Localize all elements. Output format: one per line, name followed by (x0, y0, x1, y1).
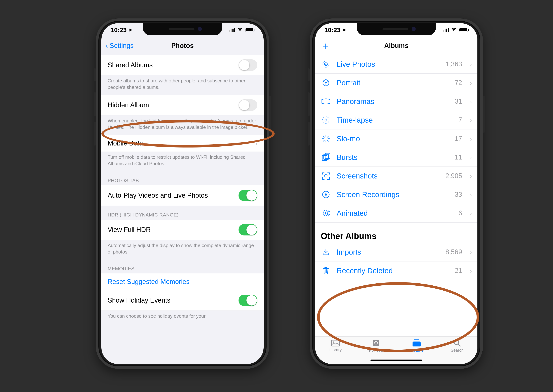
album-count: 33 (455, 191, 462, 198)
notch (143, 23, 222, 35)
settings-content[interactable]: Shared Albums Create albums to share wit… (101, 55, 264, 364)
hdr-toggle[interactable] (239, 224, 257, 235)
svg-rect-14 (324, 154, 328, 160)
svg-line-12 (323, 140, 325, 141)
svg-point-16 (325, 175, 327, 177)
hidden-album-toggle[interactable] (239, 99, 257, 111)
nav-bar-settings: ‹ Settings Photos (101, 36, 264, 55)
album-name: Imports (337, 248, 440, 256)
battery-icon (459, 28, 468, 32)
media-type-row[interactable]: Portrait72› (315, 74, 477, 92)
svg-point-20 (333, 342, 334, 343)
home-indicator[interactable] (371, 360, 422, 361)
chevron-right-icon: › (470, 61, 472, 68)
back-button[interactable]: ‹ Settings (105, 36, 134, 55)
svg-line-10 (327, 140, 328, 141)
tab-label: Albums (410, 348, 423, 353)
svg-point-1 (325, 64, 326, 65)
album-count: 31 (455, 98, 462, 105)
hdr-label: View Full HDR (108, 226, 239, 234)
media-type-row[interactable]: Time-lapse7› (315, 111, 477, 129)
add-button[interactable]: ＋ (321, 36, 331, 55)
hidden-album-label: Hidden Album (108, 101, 239, 109)
timelapse-icon (321, 115, 331, 125)
holiday-row[interactable]: Show Holiday Events (101, 290, 264, 311)
tab-foryou[interactable]: For You (363, 339, 389, 353)
chevron-right-icon: › (470, 172, 472, 180)
other-albums-list: Imports8,569›Recently Deleted21› (315, 243, 477, 280)
albums-content[interactable]: Live Photos1,363›Portrait72›Panoramas31›… (315, 55, 477, 336)
other-album-row[interactable]: Recently Deleted21› (315, 261, 477, 280)
album-name: Slo-mo (337, 135, 449, 143)
search-icon (453, 339, 461, 347)
chevron-right-icon: › (470, 135, 472, 142)
hdr-footer: Automatically adjust the display to show… (101, 240, 264, 260)
hidden-album-footer: When enabled, the Hidden album will appe… (101, 115, 264, 135)
memories-header: MEMORIES (101, 260, 264, 273)
chevron-left-icon: ‹ (105, 41, 108, 50)
album-count: 1,363 (446, 60, 462, 68)
chevron-right-icon: › (470, 154, 472, 161)
svg-line-11 (327, 136, 328, 137)
hdr-row[interactable]: View Full HDR (101, 220, 264, 240)
album-name: Live Photos (337, 60, 440, 68)
phone-frame-right: 10:23 ➤ ＋ Albums Live Photos1,363›Portra… (310, 18, 483, 369)
shared-albums-row[interactable]: Shared Albums (101, 55, 264, 75)
media-type-row[interactable]: Slo-mo17› (315, 129, 477, 148)
hidden-album-row[interactable]: Hidden Album (101, 95, 264, 115)
battery-icon (245, 28, 254, 32)
screen-right: 10:23 ➤ ＋ Albums Live Photos1,363›Portra… (315, 23, 477, 364)
media-types-list: Live Photos1,363›Portrait72›Panoramas31›… (315, 55, 477, 223)
import-icon (321, 247, 331, 257)
livephotos-icon (321, 59, 331, 69)
album-count: 21 (455, 267, 462, 274)
holiday-toggle[interactable] (239, 295, 257, 306)
photos-tab-header: PHOTOS TAB (101, 171, 264, 185)
media-type-row[interactable]: Screenshots2,905› (315, 167, 477, 185)
svg-point-4 (325, 119, 327, 121)
autoplay-row[interactable]: Auto-Play Videos and Live Photos (101, 185, 264, 206)
slomo-icon (321, 133, 331, 144)
media-type-row[interactable]: Screen Recordings33› (315, 185, 477, 204)
album-name: Animated (337, 209, 453, 217)
media-type-row[interactable]: Bursts11› (315, 148, 477, 167)
media-type-row[interactable]: Animated6› (315, 204, 477, 223)
svg-rect-21 (373, 340, 379, 346)
trash-icon (321, 266, 331, 276)
wifi-icon (237, 28, 243, 32)
album-name: Bursts (337, 153, 449, 161)
album-name: Recently Deleted (337, 267, 449, 275)
tab-label: Search (451, 348, 463, 353)
album-count: 17 (455, 135, 462, 142)
media-type-row[interactable]: Live Photos1,363› (315, 55, 477, 74)
svg-line-9 (323, 136, 325, 137)
other-albums-header: Other Albums (315, 223, 477, 243)
reset-memories-row[interactable]: Reset Suggested Memories (101, 273, 264, 290)
animated-icon (321, 208, 331, 218)
autoplay-toggle[interactable] (239, 190, 257, 201)
mobile-data-footer: Turn off mobile data to restrict updates… (101, 152, 264, 171)
album-name: Screenshots (337, 172, 440, 180)
phone-frame-left: 10:23 ➤ ‹ Settings Photos Shared Albums (96, 18, 269, 369)
albums-icon (412, 339, 421, 347)
mobile-data-row[interactable]: Mobile Data › (101, 135, 264, 152)
tab-library[interactable]: Library (323, 339, 348, 352)
bursts-icon (321, 152, 331, 162)
album-count: 11 (455, 154, 462, 161)
mobile-data-label: Mobile Data (108, 139, 255, 147)
panorama-icon (321, 96, 331, 107)
shared-albums-footer: Create albums to share with other people… (101, 75, 264, 95)
status-time: 10:23 (111, 26, 127, 34)
holiday-label: Show Holiday Events (108, 296, 239, 304)
svg-point-3 (323, 117, 329, 123)
svg-rect-19 (332, 340, 339, 346)
back-label: Settings (110, 42, 134, 49)
foryou-icon (372, 339, 380, 347)
tab-albums[interactable]: Albums (404, 339, 429, 353)
notch (357, 23, 436, 35)
tab-search[interactable]: Search (444, 339, 470, 353)
media-type-row[interactable]: Panoramas31› (315, 92, 477, 111)
other-album-row[interactable]: Imports8,569› (315, 243, 477, 261)
shared-albums-toggle[interactable] (239, 59, 257, 71)
svg-rect-15 (325, 153, 330, 158)
